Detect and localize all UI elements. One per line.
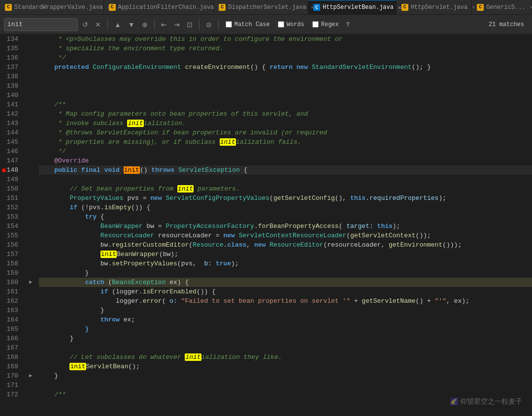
code-line-160: catch (BeansException ex) { — [39, 278, 532, 287]
next-match-button[interactable]: ▼ — [126, 19, 137, 30]
regex-help-button[interactable]: ? — [344, 20, 352, 30]
tab-label-2: ApplicationFilterChain.java — [118, 4, 214, 11]
code-line-149 — [39, 175, 532, 184]
regex-label: Regex — [321, 21, 339, 28]
ln-157: 157 — [0, 250, 22, 259]
regex-checkbox[interactable] — [312, 21, 319, 28]
tab-label-5: HttpServlet.java — [411, 4, 467, 11]
words-checkbox[interactable] — [278, 21, 284, 28]
code-line-138 — [39, 72, 532, 81]
ln-142: 142 — [0, 109, 22, 119]
code-area: 134 135 136 137 138 139 140 141 142 143 … — [0, 34, 532, 416]
ln-155: 155 — [0, 231, 22, 240]
code-line-154: BeanWrapper bw = PropertyAccessorFactory… — [39, 222, 532, 231]
tab-label-6: GenericS... — [486, 4, 525, 11]
code-line-170: } — [39, 371, 532, 381]
ln-140: 140 — [0, 91, 22, 100]
prev-match-button[interactable]: ▲ — [112, 19, 124, 30]
close-tab-1[interactable]: ✕ — [107, 4, 111, 10]
code-line-152: if (!pvs.isEmpty()) { — [39, 203, 532, 212]
filter-button-2[interactable]: ⇥ — [171, 19, 182, 30]
ln-164: 164 — [0, 315, 22, 324]
tab-standardwrappervalve[interactable]: C StandardWrapperValve.java ✕ — [0, 0, 104, 14]
ln-149: 149 — [0, 175, 22, 184]
ln-156: 156 — [0, 240, 22, 250]
ln-139: 139 — [0, 81, 22, 91]
code-line-148: public final void init() throws ServletE… — [39, 165, 532, 175]
ln-172: 172 — [0, 390, 22, 399]
close-tab-3[interactable]: ✕ — [311, 4, 314, 10]
code-line-151: PropertyValues pvs = new ServletConfigPr… — [39, 193, 532, 203]
code-line-146: */ — [39, 147, 532, 156]
code-line-147: @Override — [39, 156, 532, 165]
ln-144: 144 — [0, 128, 22, 137]
tab-httpservlet[interactable]: C HttpServlet.java ✕ — [397, 0, 472, 14]
ln-162: 162 — [0, 296, 22, 306]
tab-icon-5: C — [401, 4, 408, 11]
close-tab-4[interactable]: ✕ — [398, 4, 401, 11]
code-line-155: ResourceLoader resourceLoader = new Serv… — [39, 231, 532, 240]
regex-option[interactable]: Regex — [309, 20, 342, 29]
tab-label-3: DispatcherServlet.java — [228, 4, 306, 11]
ln-170: 170 — [0, 371, 22, 381]
code-line-156: bw.registerCustomEditor(Resource.class, … — [39, 240, 532, 250]
code-line-161: if (logger.isErrorEnabled()) { — [39, 287, 532, 296]
close-search-button[interactable]: ✕ — [93, 19, 103, 30]
ln-165: 165 — [0, 324, 22, 334]
filter-button-1[interactable]: ⇤ — [159, 19, 169, 30]
find-all-button[interactable]: ⊕ — [139, 19, 150, 30]
ln-159: 159 — [0, 268, 22, 278]
code-line-169: initServletBean(); — [39, 362, 532, 371]
ln-166: 166 — [0, 334, 22, 343]
ln-168: 168 — [0, 352, 22, 362]
ln-134: 134 — [0, 34, 22, 44]
code-line-153: try { — [39, 212, 532, 222]
tab-generics[interactable]: C GenericS... ✕ — [472, 0, 532, 14]
line-numbers: 134 135 136 137 138 139 140 141 142 143 … — [0, 34, 27, 416]
ln-169: 169 — [0, 362, 22, 371]
ln-163: 163 — [0, 306, 22, 315]
code-line-163: } — [39, 306, 532, 315]
tab-dispatcherservlet[interactable]: C DispatcherServlet.java ✕ — [214, 0, 308, 14]
ln-147: 147 — [0, 156, 22, 165]
tab-applicationfilterchain[interactable]: C ApplicationFilterChain.java ✕ — [104, 0, 214, 14]
code-line-164: throw ex; — [39, 315, 532, 324]
tab-httpservletbean[interactable]: C HttpServletBean.java ✕ — [308, 0, 397, 14]
code-content[interactable]: * <p>Subclasses may override this in ord… — [37, 34, 532, 416]
code-line-167 — [39, 343, 532, 352]
code-line-139 — [39, 81, 532, 91]
match-case-checkbox[interactable] — [226, 21, 232, 28]
search-separator-1 — [107, 20, 108, 30]
code-line-141: /** — [39, 100, 532, 109]
code-line-168: // Let subclasses do whatever initializa… — [39, 352, 532, 362]
ln-150: 150 — [0, 184, 22, 193]
filter-toggle-button[interactable]: ⊘ — [203, 19, 214, 30]
tab-icon-1: C — [5, 4, 12, 11]
code-line-142: * Map config parameters onto bean proper… — [39, 109, 532, 119]
words-option[interactable]: Words — [275, 20, 307, 29]
ln-167: 167 — [0, 343, 22, 352]
ln-154: 154 — [0, 222, 22, 231]
close-tab-2[interactable]: ✕ — [218, 4, 222, 10]
filter-button-3[interactable]: ⊡ — [184, 19, 195, 30]
ln-151: 151 — [0, 193, 22, 203]
ln-135: 135 — [0, 44, 22, 53]
search-bar: ↺ ✕ ▲ ▼ ⊕ ⇤ ⇥ ⊡ ⊘ Match Case Words Regex… — [0, 15, 532, 34]
search-separator-3 — [199, 20, 200, 30]
code-line-158: bw.setPropertyValues(pvs, b: true); — [39, 259, 532, 268]
tab-bar: C StandardWrapperValve.java ✕ C Applicat… — [0, 0, 532, 15]
search-input[interactable] — [7, 21, 57, 28]
ln-141: 141 — [0, 100, 22, 109]
ln-148: 148 — [0, 165, 22, 175]
match-case-option[interactable]: Match Case — [223, 20, 273, 29]
reset-search-button[interactable]: ↺ — [80, 19, 91, 30]
ln-143: 143 — [0, 119, 22, 128]
search-separator-4 — [218, 20, 219, 30]
close-tab-6[interactable]: ✕ — [530, 4, 532, 10]
code-line-143: * invoke subclass initialization. — [39, 119, 532, 128]
match-case-label: Match Case — [234, 21, 270, 28]
code-line-136: */ — [39, 53, 532, 63]
code-line-145: * properties are missing), or if subclas… — [39, 137, 532, 147]
code-line-150: // Set bean properties from init paramet… — [39, 184, 532, 193]
close-tab-5[interactable]: ✕ — [472, 4, 475, 10]
